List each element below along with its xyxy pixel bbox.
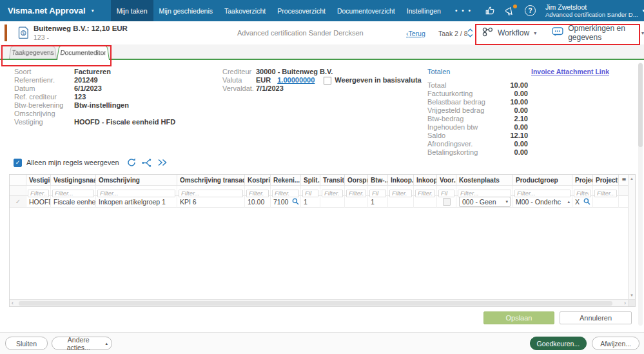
grid-vertical-scrollbar[interactable]: ▴ ▾ [628,175,635,299]
filter-cell-projecttaak [593,186,619,196]
column-header-omschrijving-transactie[interactable]: Omschrijving transactie ... [177,175,245,186]
scrollbar-thumb[interactable] [638,63,643,147]
back-link[interactable]: ‹Terug [406,30,425,37]
chevron-down-icon: ▾ [92,8,94,14]
column-header-project[interactable]: Projec... [572,175,593,186]
cell-productgroep[interactable]: M00 - Onderhc▴ [513,196,572,208]
menu-overflow-button[interactable]: • • • [447,0,480,21]
column-header-rekening[interactable]: Rekeni... [271,175,301,186]
scroll-up-icon[interactable]: ▴ [630,176,633,181]
column-header-kostenplaats[interactable]: Kostenplaats [456,175,513,186]
split-rows-icon[interactable] [142,159,151,167]
approval-thumbs-up-icon[interactable] [480,0,500,21]
scroll-down-icon[interactable]: ▾ [630,293,633,298]
filter-cell-kostenplaats [456,186,513,196]
grid-row[interactable]: ✓HOOFDFiscale eenheid H...Inkopen artike… [10,196,628,208]
top-navigation: Visma.net Approval ▾ Mijn takenMijn gesc… [0,0,644,21]
nav-item-documentoverzicht[interactable]: Documentoverzicht [331,0,401,21]
column-header-vestiging[interactable]: Vestigin... [26,175,51,186]
cell-text: Inkopen artikelgroep 1 [99,198,166,206]
cell-menu [619,196,628,208]
column-header-menu[interactable]: ≡ [619,175,628,186]
cell-voorraad[interactable] [437,196,456,208]
column-header-kostprijs[interactable]: Kostpri... [245,175,271,186]
user-menu[interactable]: Jim Zwetsloot Advanced certification San… [540,4,644,18]
other-actions-button[interactable]: Andere acties... ▴ [52,337,112,350]
nav-item-mijn-taken[interactable]: Mijn taken [111,0,153,21]
page-vertical-scrollbar[interactable] [638,63,643,326]
announcements-megaphone-icon[interactable] [500,0,520,21]
scroll-left-icon[interactable]: ‹ [12,300,14,306]
total-label-vrijgesteld-bedrag: Vrijgesteld bedrag [427,107,503,114]
nav-item-taakoverzicht[interactable]: Taakoverzicht [219,0,271,21]
chevron-up-icon: ▴ [567,199,570,204]
comments-button[interactable]: Opmerkingen en gegevens ▾ [552,24,644,42]
task-header-bar: $ Buitenweg B.V.: 12,10 EUR 123 - Advanc… [0,21,644,44]
field-value: HOOFD - Fiscale eenheid HFD [74,119,175,126]
cell-transitorisch [320,196,345,208]
grid-horizontal-scrollbar[interactable]: ‹ › [10,299,628,306]
cell-checkbox[interactable] [443,198,451,206]
nav-item-procesoverzicht[interactable]: Procesoverzicht [271,0,331,21]
tab-taakgegevens[interactable]: Taakgegevens [9,46,57,59]
approve-button[interactable]: Goedkeuren... [530,337,587,350]
scroll-right-icon[interactable]: › [624,300,626,306]
column-header-projecttaak[interactable]: Projectta... [593,175,619,186]
total-value-factuurkorting: 0.00 [503,90,528,97]
column-header-vestigingsnaam[interactable]: Vestigingsnaam ... [51,175,96,186]
column-header-productgroep[interactable]: Productgroep [513,175,572,186]
cell-split: 1 [301,196,320,208]
field-value: Btw-instellingen [74,102,175,109]
column-header-inkoop-2[interactable]: Inkoop... [414,175,437,186]
fast-forward-icon[interactable] [157,159,168,166]
column-header-split[interactable]: Split... [301,175,320,186]
column-header-omschrijving[interactable]: Omschrijving [96,175,177,186]
tab-documenteditor[interactable]: Documenteditor [57,45,110,60]
help-icon[interactable]: ? [520,0,540,21]
column-header-btw[interactable]: Btw-... [368,175,388,186]
column-header-oorsprong[interactable]: Oorspr... [345,175,368,186]
totals-grid: Totaal10.00Factuurkorting0.00Belastbaar … [427,82,609,156]
save-button[interactable]: Opslaan [483,311,554,324]
filter-cell-vestiging [26,186,51,196]
cell-dropdown[interactable]: 000 - Geen▾ [459,197,511,207]
header-actions: Workflow ▾ Opmerkingen en gegevens ▾ [482,21,644,44]
column-header-voorraad[interactable]: Voor... [437,175,456,186]
cancel-button[interactable]: Annuleren [560,311,632,324]
speech-bubble-icon [552,27,563,39]
cell-project[interactable]: X [572,196,593,208]
exchange-rate-link[interactable]: 1.00000000 [277,77,315,84]
column-header-inkoop-1[interactable]: Inkoop... [388,175,414,186]
magnifier-icon[interactable] [292,198,299,205]
cell-text: HOOFD [29,198,51,206]
form-middle-column: Crediteur 30000 - Buitenweg B.V. Valuta … [222,68,422,93]
invoice-attachment-link[interactable]: Invoice Attachment Link [531,68,609,75]
total-value-saldo: 12.10 [503,132,528,139]
task-subtitle: 123 - [34,34,49,41]
field-value: Factureren [74,68,175,75]
cell-text: 7100 [273,198,288,206]
refresh-icon[interactable] [127,158,136,167]
scrollbar-thumb[interactable] [19,301,612,306]
workflow-button[interactable]: Workflow ▾ [482,27,536,39]
cell-kostenplaats[interactable]: 000 - Geen▾ [456,196,513,208]
column-header-transitorisch[interactable]: Transit... [320,175,345,186]
cell-vestiging: HOOFD [26,196,51,208]
cell-text: Fiscale eenheid H... [54,198,96,206]
cell-kostprijs: 10.00 [245,196,271,208]
my-rows-checkbox[interactable]: ✓ [14,159,22,167]
field-value: 6/1/2023 [74,85,175,92]
app-logo[interactable]: Visma.net Approval ▾ [0,0,101,21]
nav-item-instellingen[interactable]: Instellingen [401,0,447,21]
cell-rekening[interactable]: 7100 [271,196,301,208]
field-value: 7/1/2023 [256,85,284,92]
filter-cell-rekening [271,186,301,196]
reject-button[interactable]: Afwijzen... [592,337,639,350]
base-currency-checkbox[interactable] [324,77,331,84]
nav-item-mijn-geschiedenis[interactable]: Mijn geschiedenis [153,0,219,21]
task-stepper[interactable] [467,27,474,41]
cell-text: X [575,198,580,206]
magnifier-icon[interactable] [583,198,590,205]
field-label: Btw-berekening [14,102,74,109]
close-button[interactable]: Sluiten [5,337,48,350]
